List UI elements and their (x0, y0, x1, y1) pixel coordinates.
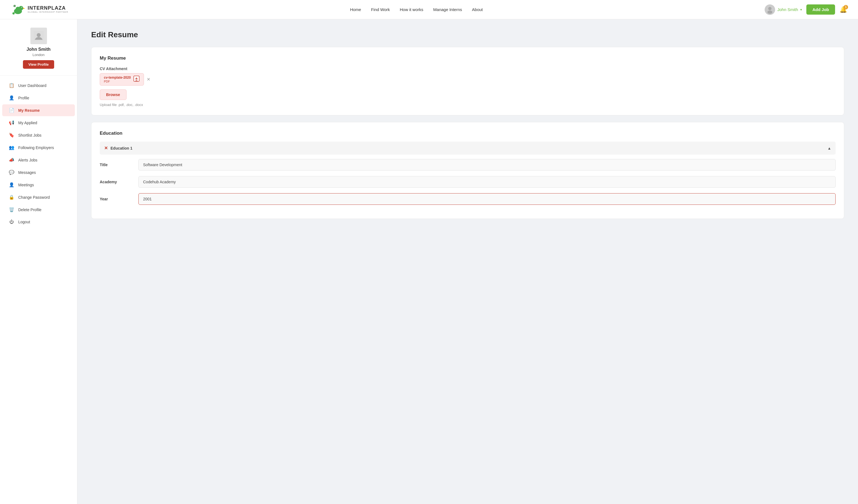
cv-file-info: cv-template-2020 PDF (104, 76, 131, 83)
education-year-group: Year (100, 193, 836, 205)
sidebar-label-shortlist-jobs: Shortlist Jobs (18, 133, 42, 137)
sidebar-item-shortlist-jobs[interactable]: 🔖 Shortlist Jobs (2, 129, 75, 141)
sidebar-item-logout[interactable]: ⏻ Logout (2, 216, 75, 228)
cv-file-name: cv-template-2020 (104, 76, 131, 80)
edu-accordion-header[interactable]: ✕ Education 1 ▲ (100, 142, 836, 155)
sidebar-item-change-password[interactable]: 🔒 Change Password (2, 191, 75, 203)
education-title-group: Title (100, 159, 836, 170)
sidebar-user-name: John Smith (5, 47, 72, 52)
sidebar-label-my-resume: My Resume (18, 108, 40, 113)
svg-point-6 (13, 12, 15, 14)
logout-icon: ⏻ (9, 220, 14, 224)
main-content: Edit Resume My Resume CV Attachment cv-t… (77, 19, 858, 504)
sidebar-user: John Smith London View Profile (0, 28, 77, 76)
add-job-button[interactable]: Add Job (806, 4, 835, 15)
svg-point-5 (21, 7, 22, 7)
sidebar-label-my-applied: My Applied (18, 120, 37, 125)
logo-bird-icon: + (11, 4, 25, 15)
education-year-input[interactable] (138, 193, 836, 205)
profile-icon: 👤 (9, 95, 14, 100)
education-card: Education ✕ Education 1 ▲ Title Academy (91, 122, 844, 219)
sidebar-label-logout: Logout (18, 220, 30, 224)
avatar (765, 4, 775, 15)
sidebar-label-profile: Profile (18, 96, 29, 100)
notification-badge: 1 (844, 5, 848, 10)
chevron-down-icon: ▾ (800, 8, 802, 12)
education-title-label: Title (100, 163, 133, 167)
svg-point-10 (767, 11, 772, 14)
sidebar-label-delete-profile: Delete Profile (18, 208, 42, 212)
user-info[interactable]: John Smith ▾ (765, 4, 802, 15)
edu-remove-button[interactable]: ✕ (104, 145, 108, 151)
messages-icon: 💬 (9, 170, 14, 175)
page-layout: John Smith London View Profile 📋 User Da… (0, 19, 858, 504)
sidebar-item-following-employers[interactable]: 👥 Following Employers (2, 142, 75, 153)
view-profile-button[interactable]: View Profile (23, 60, 54, 69)
logo-sub: GLOBAL INTERNSHIP PARTNER (28, 11, 68, 14)
cv-attachment-label: CV Attachment (100, 66, 836, 71)
user-dashboard-icon: 📋 (9, 83, 14, 88)
sidebar-item-alerts-jobs[interactable]: 📣 Alerts Jobs (2, 154, 75, 166)
user-name-label: John Smith (777, 7, 798, 12)
main-nav: Home Find Work How it works Manage Inter… (68, 7, 765, 12)
sidebar-label-meetings: Meetings (18, 183, 34, 187)
education-year-label: Year (100, 197, 133, 201)
sidebar-item-my-resume[interactable]: 📄 My Resume (2, 104, 75, 116)
logo-area: + INTERNPLAZA GLOBAL INTERNSHIP PARTNER (11, 4, 68, 15)
sidebar-item-profile[interactable]: 👤 Profile (2, 92, 75, 104)
upload-hint: Upload file .pdf, .doc, .docx (100, 103, 836, 107)
alerts-jobs-icon: 📣 (9, 157, 14, 163)
cv-remove-button[interactable]: ✕ (147, 77, 150, 82)
nav-find-work[interactable]: Find Work (371, 7, 390, 12)
sidebar-item-user-dashboard[interactable]: 📋 User Dashboard (2, 80, 75, 91)
resume-card: My Resume CV Attachment cv-template-2020… (91, 47, 844, 115)
sidebar-label-user-dashboard: User Dashboard (18, 83, 46, 88)
education-section-title: Education (100, 131, 836, 136)
shortlist-jobs-icon: 🔖 (9, 132, 14, 138)
svg-text:+: + (13, 5, 14, 7)
notification-button[interactable]: 🔔 1 (840, 6, 847, 13)
sidebar-label-following-employers: Following Employers (18, 145, 54, 150)
browse-button[interactable]: Browse (100, 90, 127, 100)
logo-text: INTERNPLAZA GLOBAL INTERNSHIP PARTNER (28, 5, 68, 14)
svg-point-2 (16, 6, 20, 10)
cv-file-box: cv-template-2020 PDF (100, 73, 144, 85)
chevron-up-icon: ▲ (827, 146, 831, 150)
nav-how-it-works[interactable]: How it works (400, 7, 423, 12)
education-academy-group: Academy (100, 176, 836, 188)
delete-profile-icon: 🗑️ (9, 207, 14, 212)
education-academy-label: Academy (100, 180, 133, 184)
sidebar-user-location: London (5, 53, 72, 57)
header-right: John Smith ▾ Add Job 🔔 1 (765, 4, 847, 15)
my-applied-icon: 📢 (9, 120, 14, 125)
change-password-icon: 🔒 (9, 195, 14, 200)
education-title-input[interactable] (138, 159, 836, 170)
svg-point-9 (768, 7, 772, 10)
logo-main: INTERNPLAZA (28, 5, 68, 11)
following-employers-icon: 👥 (9, 145, 14, 150)
sidebar-item-messages[interactable]: 💬 Messages (2, 166, 75, 178)
sidebar-item-my-applied[interactable]: 📢 My Applied (2, 117, 75, 129)
edu-accordion-label: Education 1 (111, 146, 132, 150)
cv-file-row: cv-template-2020 PDF ✕ (100, 73, 836, 85)
sidebar-label-change-password: Change Password (18, 195, 50, 199)
my-resume-icon: 📄 (9, 108, 14, 113)
sidebar-nav: 📋 User Dashboard 👤 Profile 📄 My Resume 📢… (0, 76, 77, 231)
nav-home[interactable]: Home (350, 7, 361, 12)
header: + INTERNPLAZA GLOBAL INTERNSHIP PARTNER … (0, 0, 858, 19)
resume-section-title: My Resume (100, 55, 836, 61)
education-academy-input[interactable] (138, 176, 836, 188)
sidebar: John Smith London View Profile 📋 User Da… (0, 19, 77, 504)
cv-file-type: PDF (104, 80, 131, 83)
sidebar-item-delete-profile[interactable]: 🗑️ Delete Profile (2, 204, 75, 215)
page-title: Edit Resume (91, 30, 844, 39)
meetings-icon: 👤 (9, 182, 14, 188)
sidebar-item-meetings[interactable]: 👤 Meetings (2, 179, 75, 191)
upload-icon (133, 76, 140, 83)
sidebar-avatar (30, 28, 47, 44)
nav-manage-interns[interactable]: Manage Interns (433, 7, 462, 12)
nav-about[interactable]: About (472, 7, 483, 12)
sidebar-label-alerts-jobs: Alerts Jobs (18, 158, 37, 162)
education-accordion-1: ✕ Education 1 ▲ (100, 142, 836, 155)
svg-marker-3 (23, 7, 25, 9)
